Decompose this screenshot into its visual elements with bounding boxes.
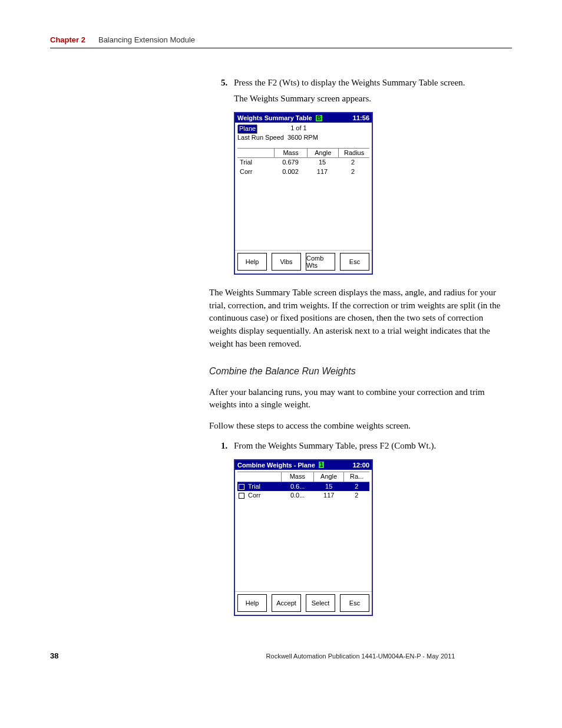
checkbox-icon[interactable] — [239, 484, 244, 490]
step-text: Press the F2 (Wts) to display the Weight… — [234, 78, 512, 88]
content-column: 5. Press the F2 (Wts) to display the Wei… — [209, 78, 512, 616]
chapter-label: Chapter 2 — [50, 35, 85, 44]
vibs-button[interactable]: Vibs — [272, 253, 301, 271]
plane-count: 1 of 1 — [290, 124, 307, 134]
window-title: Combine Weights - Plane — [237, 462, 315, 469]
combine-intro: After your balancing runs, you may want … — [209, 386, 512, 412]
battery-icon: 1 — [319, 462, 325, 468]
row-label: Trial — [237, 482, 282, 492]
combine-weights-screenshot: Combine Weights - Plane 1 12:00 Mass Ang… — [234, 459, 373, 616]
step-text: From the Weights Summary Table, press F2… — [234, 441, 512, 451]
step-5-result: The Weights Summary screen appears. — [234, 94, 512, 104]
row-radius: 2 — [344, 491, 369, 500]
step-number: 5. — [221, 78, 234, 88]
esc-button[interactable]: Esc — [340, 253, 369, 271]
step-5: 5. Press the F2 (Wts) to display the Wei… — [221, 78, 512, 88]
row-mass: 0.679 — [274, 158, 307, 167]
clock: 11:56 — [353, 114, 369, 121]
select-button[interactable]: Select — [306, 594, 335, 612]
comb-wts-button[interactable]: Comb Wts — [306, 253, 335, 271]
row-label: Trial — [237, 158, 274, 167]
battery-icon: B — [316, 115, 322, 121]
speed-label: Last Run Speed — [237, 134, 284, 142]
combine-steps-intro: Follow these steps to access the combine… — [209, 420, 512, 433]
row-angle: 117 — [307, 167, 338, 177]
combine-table: Mass Angle Ra... Trial 0.6... 15 2 Corr … — [237, 472, 369, 500]
row-mass: 0.6... — [282, 482, 314, 492]
device-body: Mass Angle Ra... Trial 0.6... 15 2 Corr … — [235, 470, 372, 591]
col-blank — [237, 149, 274, 158]
publication-info: Rockwell Automation Publication 1441-UM0… — [266, 653, 455, 660]
speed-value: 3600 RPM — [287, 134, 318, 142]
table-row-selected[interactable]: Trial 0.6... 15 2 — [237, 482, 369, 492]
window-title: Weights Summary Table — [237, 114, 312, 121]
page-header: Chapter 2 Balancing Extension Module — [50, 35, 512, 48]
softkey-row: Help Accept Select Esc — [235, 591, 372, 615]
clock: 12:00 — [353, 462, 369, 469]
col-angle: Angle — [314, 472, 344, 482]
col-mass: Mass — [274, 149, 308, 158]
row-label: Corr — [237, 167, 274, 177]
row-mass: 0.002 — [274, 167, 307, 177]
row-label: Corr — [237, 491, 282, 500]
row-radius: 2 — [344, 482, 369, 492]
col-blank — [237, 472, 281, 482]
row-radius: 2 — [338, 167, 368, 177]
checkbox-icon[interactable] — [239, 493, 244, 499]
weights-summary-screenshot: Weights Summary Table B 11:56 Plane 1 of… — [234, 112, 373, 275]
table-row[interactable]: Corr 0.0... 117 2 — [237, 491, 369, 500]
titlebar: Weights Summary Table B 11:56 — [235, 113, 372, 123]
device-body: Plane 1 of 1 Last Run Speed 3600 RPM Mas… — [235, 123, 372, 250]
section-heading: Combine the Balance Run Weights — [209, 366, 512, 377]
row-mass: 0.0... — [282, 491, 314, 500]
col-radius: Ra... — [344, 472, 369, 482]
table-row: Trial 0.679 15 2 — [237, 158, 369, 167]
weights-table: Mass Angle Radius Trial 0.679 15 2 Corr … — [237, 148, 369, 177]
table-row: Corr 0.002 117 2 — [237, 167, 369, 177]
step-1: 1. From the Weights Summary Table, press… — [221, 441, 512, 451]
page-number: 38 — [50, 651, 209, 660]
col-mass: Mass — [281, 472, 314, 482]
row-angle: 15 — [314, 482, 344, 492]
help-button[interactable]: Help — [237, 594, 267, 612]
row-angle: 15 — [307, 158, 338, 167]
softkey-row: Help Vibs Comb Wts Esc — [235, 250, 372, 274]
col-angle: Angle — [308, 149, 339, 158]
step-number: 1. — [221, 441, 234, 451]
esc-button[interactable]: Esc — [340, 594, 369, 612]
row-angle: 117 — [314, 491, 344, 500]
summary-description: The Weights Summary Table screen display… — [209, 286, 512, 351]
accept-button[interactable]: Accept — [272, 594, 301, 612]
help-button[interactable]: Help — [237, 253, 267, 271]
col-radius: Radius — [339, 149, 369, 158]
row-radius: 2 — [338, 158, 368, 167]
chapter-title: Balancing Extension Module — [98, 35, 195, 44]
titlebar: Combine Weights - Plane 1 12:00 — [235, 460, 372, 470]
page-footer: 38 Rockwell Automation Publication 1441-… — [50, 651, 512, 660]
plane-field[interactable]: Plane — [237, 124, 257, 134]
